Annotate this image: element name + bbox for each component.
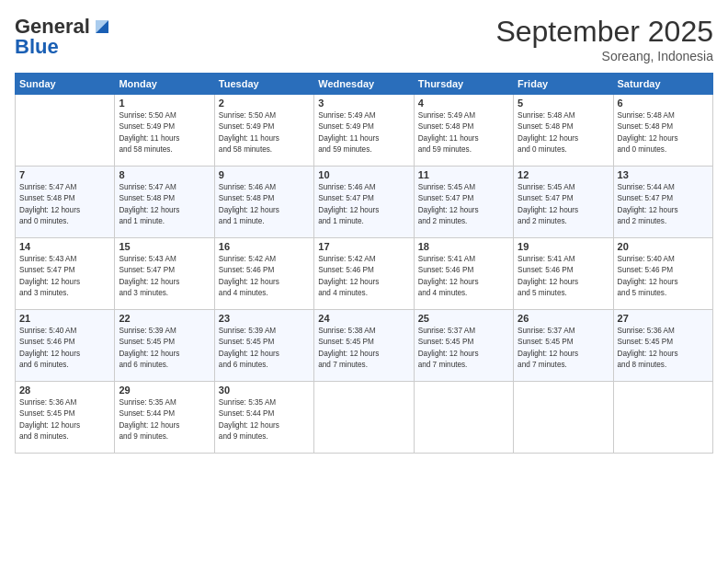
logo-icon	[92, 17, 112, 37]
calendar-cell: 22Sunrise: 5:39 AMSunset: 5:45 PMDayligh…	[115, 310, 214, 382]
info-line: Sunrise: 5:45 AM	[418, 183, 475, 191]
calendar-cell: 25Sunrise: 5:37 AMSunset: 5:45 PMDayligh…	[414, 310, 513, 382]
info-line: Daylight: 12 hours	[518, 134, 578, 143]
info-line: Sunset: 5:46 PM	[418, 266, 474, 274]
calendar-cell	[314, 382, 414, 454]
info-line: Sunrise: 5:36 AM	[19, 398, 76, 407]
info-line: Daylight: 11 hours	[219, 134, 279, 143]
info-line: Sunrise: 5:43 AM	[119, 255, 176, 263]
info-line: and 0 minutes.	[518, 145, 567, 154]
info-line: Sunset: 5:45 PM	[119, 338, 175, 346]
info-line: Sunset: 5:46 PM	[518, 266, 574, 274]
info-line: Sunrise: 5:35 AM	[119, 398, 176, 407]
day-number: 16	[219, 241, 310, 252]
day-number: 27	[618, 313, 709, 324]
info-line: Sunset: 5:45 PM	[219, 338, 275, 346]
calendar-cell: 9Sunrise: 5:46 AMSunset: 5:48 PMDaylight…	[214, 167, 313, 238]
day-number: 19	[518, 241, 609, 252]
info-line: Sunset: 5:45 PM	[518, 338, 574, 346]
day-number: 14	[19, 241, 110, 252]
info-line: Sunset: 5:47 PM	[119, 266, 175, 274]
calendar-cell: 18Sunrise: 5:41 AMSunset: 5:46 PMDayligh…	[414, 238, 513, 310]
calendar-cell: 2Sunrise: 5:50 AMSunset: 5:49 PMDaylight…	[214, 95, 313, 167]
calendar-cell: 23Sunrise: 5:39 AMSunset: 5:45 PMDayligh…	[214, 310, 313, 382]
info-line: Daylight: 12 hours	[219, 421, 279, 430]
day-number: 29	[119, 385, 210, 396]
day-number: 5	[518, 98, 609, 109]
day-number: 24	[318, 313, 409, 324]
info-line: and 58 minutes.	[219, 145, 272, 154]
info-line: and 0 minutes.	[618, 145, 667, 154]
info-line: Sunset: 5:45 PM	[19, 409, 75, 418]
day-info: Sunrise: 5:42 AMSunset: 5:46 PMDaylight:…	[318, 254, 409, 299]
day-info: Sunrise: 5:45 AMSunset: 5:47 PMDaylight:…	[418, 182, 509, 227]
info-line: Daylight: 12 hours	[19, 421, 80, 430]
week-row-1: 1Sunrise: 5:50 AMSunset: 5:49 PMDaylight…	[16, 95, 713, 167]
day-info: Sunrise: 5:35 AMSunset: 5:44 PMDaylight:…	[119, 397, 210, 442]
day-info: Sunrise: 5:45 AMSunset: 5:47 PMDaylight:…	[518, 182, 609, 227]
info-line: Sunset: 5:47 PM	[518, 194, 574, 202]
info-line: Sunrise: 5:37 AM	[518, 327, 574, 335]
day-info: Sunrise: 5:42 AMSunset: 5:46 PMDaylight:…	[219, 254, 310, 299]
calendar-cell: 11Sunrise: 5:45 AMSunset: 5:47 PMDayligh…	[414, 167, 513, 238]
day-number: 2	[219, 98, 310, 109]
calendar-cell: 13Sunrise: 5:44 AMSunset: 5:47 PMDayligh…	[613, 167, 712, 238]
info-line: Sunset: 5:47 PM	[318, 194, 374, 202]
info-line: and 5 minutes.	[618, 289, 667, 297]
info-line: Sunset: 5:46 PM	[318, 266, 374, 274]
info-line: Daylight: 12 hours	[119, 350, 179, 358]
day-number: 6	[618, 98, 709, 109]
day-number: 3	[318, 98, 409, 109]
day-header-sunday: Sunday	[16, 74, 115, 95]
info-line: Daylight: 12 hours	[618, 350, 678, 358]
info-line: and 2 minutes.	[518, 217, 567, 225]
day-number: 4	[418, 98, 509, 109]
day-number: 8	[119, 169, 210, 180]
info-line: Daylight: 12 hours	[119, 421, 179, 430]
day-info: Sunrise: 5:36 AMSunset: 5:45 PMDaylight:…	[618, 326, 709, 371]
calendar-cell: 12Sunrise: 5:45 AMSunset: 5:47 PMDayligh…	[514, 167, 613, 238]
day-info: Sunrise: 5:49 AMSunset: 5:48 PMDaylight:…	[418, 110, 509, 155]
week-row-2: 7Sunrise: 5:47 AMSunset: 5:48 PMDaylight…	[16, 167, 713, 238]
day-info: Sunrise: 5:41 AMSunset: 5:46 PMDaylight:…	[418, 254, 509, 299]
info-line: Sunrise: 5:40 AM	[618, 255, 675, 263]
calendar-cell	[514, 382, 613, 454]
day-header-wednesday: Wednesday	[314, 74, 414, 95]
info-line: Sunrise: 5:48 AM	[618, 111, 675, 120]
info-line: and 0 minutes.	[19, 217, 69, 225]
calendar-cell: 15Sunrise: 5:43 AMSunset: 5:47 PMDayligh…	[115, 238, 214, 310]
info-line: Daylight: 12 hours	[318, 206, 379, 214]
week-row-4: 21Sunrise: 5:40 AMSunset: 5:46 PMDayligh…	[16, 310, 713, 382]
info-line: Sunrise: 5:41 AM	[518, 255, 574, 263]
week-row-5: 28Sunrise: 5:36 AMSunset: 5:45 PMDayligh…	[16, 382, 713, 454]
day-number: 21	[19, 313, 110, 324]
info-line: Sunset: 5:48 PM	[518, 122, 574, 131]
info-line: Sunset: 5:48 PM	[618, 122, 674, 131]
info-line: Sunset: 5:47 PM	[19, 266, 75, 274]
info-line: Daylight: 12 hours	[618, 278, 678, 286]
info-line: Daylight: 12 hours	[418, 278, 479, 286]
header: General Blue September 2025 Soreang, Ind…	[15, 15, 713, 63]
calendar-cell: 29Sunrise: 5:35 AMSunset: 5:44 PMDayligh…	[115, 382, 214, 454]
calendar-cell: 6Sunrise: 5:48 AMSunset: 5:48 PMDaylight…	[613, 95, 712, 167]
info-line: and 9 minutes.	[119, 432, 168, 441]
info-line: and 8 minutes.	[19, 432, 69, 441]
info-line: Daylight: 12 hours	[19, 206, 80, 214]
day-header-monday: Monday	[115, 74, 214, 95]
info-line: Sunrise: 5:47 AM	[19, 183, 76, 191]
day-info: Sunrise: 5:40 AMSunset: 5:46 PMDaylight:…	[19, 326, 110, 371]
info-line: and 1 minute.	[318, 217, 364, 225]
day-number: 17	[318, 241, 409, 252]
info-line: Sunset: 5:48 PM	[418, 122, 474, 131]
info-line: Daylight: 12 hours	[618, 206, 678, 214]
day-header-tuesday: Tuesday	[214, 74, 313, 95]
info-line: Sunrise: 5:39 AM	[219, 327, 276, 335]
day-info: Sunrise: 5:44 AMSunset: 5:47 PMDaylight:…	[618, 182, 709, 227]
info-line: Sunrise: 5:50 AM	[119, 111, 176, 120]
info-line: Daylight: 12 hours	[219, 278, 279, 286]
calendar-cell: 16Sunrise: 5:42 AMSunset: 5:46 PMDayligh…	[214, 238, 313, 310]
calendar-cell: 7Sunrise: 5:47 AMSunset: 5:48 PMDaylight…	[16, 167, 115, 238]
info-line: Sunset: 5:49 PM	[119, 122, 175, 131]
day-info: Sunrise: 5:39 AMSunset: 5:45 PMDaylight:…	[219, 326, 310, 371]
day-info: Sunrise: 5:43 AMSunset: 5:47 PMDaylight:…	[119, 254, 210, 299]
